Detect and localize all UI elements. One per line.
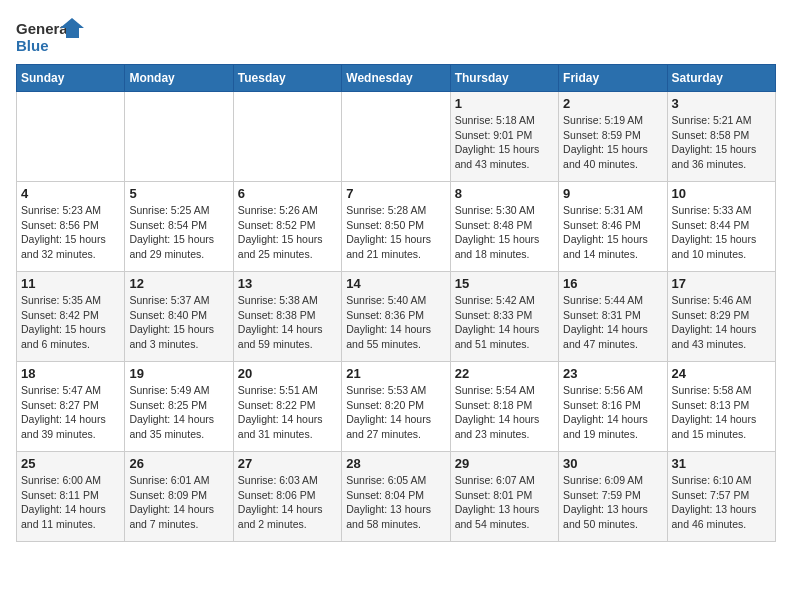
day-cell: 14Sunrise: 5:40 AM Sunset: 8:36 PM Dayli… — [342, 272, 450, 362]
svg-text:General: General — [16, 20, 72, 37]
day-number: 3 — [672, 96, 771, 111]
day-cell: 4Sunrise: 5:23 AM Sunset: 8:56 PM Daylig… — [17, 182, 125, 272]
day-info: Sunrise: 6:00 AM Sunset: 8:11 PM Dayligh… — [21, 473, 120, 532]
day-number: 24 — [672, 366, 771, 381]
weekday-header-tuesday: Tuesday — [233, 65, 341, 92]
day-cell: 10Sunrise: 5:33 AM Sunset: 8:44 PM Dayli… — [667, 182, 775, 272]
day-cell — [17, 92, 125, 182]
day-info: Sunrise: 6:10 AM Sunset: 7:57 PM Dayligh… — [672, 473, 771, 532]
day-number: 5 — [129, 186, 228, 201]
day-info: Sunrise: 6:09 AM Sunset: 7:59 PM Dayligh… — [563, 473, 662, 532]
weekday-header-friday: Friday — [559, 65, 667, 92]
day-number: 10 — [672, 186, 771, 201]
day-number: 27 — [238, 456, 337, 471]
day-info: Sunrise: 5:38 AM Sunset: 8:38 PM Dayligh… — [238, 293, 337, 352]
day-cell: 31Sunrise: 6:10 AM Sunset: 7:57 PM Dayli… — [667, 452, 775, 542]
day-number: 21 — [346, 366, 445, 381]
day-info: Sunrise: 5:18 AM Sunset: 9:01 PM Dayligh… — [455, 113, 554, 172]
day-cell: 12Sunrise: 5:37 AM Sunset: 8:40 PM Dayli… — [125, 272, 233, 362]
day-info: Sunrise: 5:51 AM Sunset: 8:22 PM Dayligh… — [238, 383, 337, 442]
day-info: Sunrise: 6:05 AM Sunset: 8:04 PM Dayligh… — [346, 473, 445, 532]
day-cell: 6Sunrise: 5:26 AM Sunset: 8:52 PM Daylig… — [233, 182, 341, 272]
day-cell: 22Sunrise: 5:54 AM Sunset: 8:18 PM Dayli… — [450, 362, 558, 452]
day-number: 31 — [672, 456, 771, 471]
day-cell: 20Sunrise: 5:51 AM Sunset: 8:22 PM Dayli… — [233, 362, 341, 452]
day-cell: 18Sunrise: 5:47 AM Sunset: 8:27 PM Dayli… — [17, 362, 125, 452]
day-cell: 19Sunrise: 5:49 AM Sunset: 8:25 PM Dayli… — [125, 362, 233, 452]
weekday-header-sunday: Sunday — [17, 65, 125, 92]
day-number: 4 — [21, 186, 120, 201]
day-number: 30 — [563, 456, 662, 471]
calendar-table: SundayMondayTuesdayWednesdayThursdayFrid… — [16, 64, 776, 542]
day-cell: 24Sunrise: 5:58 AM Sunset: 8:13 PM Dayli… — [667, 362, 775, 452]
day-cell: 8Sunrise: 5:30 AM Sunset: 8:48 PM Daylig… — [450, 182, 558, 272]
header: GeneralBlue — [16, 16, 776, 56]
week-row-1: 1Sunrise: 5:18 AM Sunset: 9:01 PM Daylig… — [17, 92, 776, 182]
day-number: 23 — [563, 366, 662, 381]
week-row-4: 18Sunrise: 5:47 AM Sunset: 8:27 PM Dayli… — [17, 362, 776, 452]
day-cell: 5Sunrise: 5:25 AM Sunset: 8:54 PM Daylig… — [125, 182, 233, 272]
week-row-5: 25Sunrise: 6:00 AM Sunset: 8:11 PM Dayli… — [17, 452, 776, 542]
day-number: 18 — [21, 366, 120, 381]
day-cell: 3Sunrise: 5:21 AM Sunset: 8:58 PM Daylig… — [667, 92, 775, 182]
day-info: Sunrise: 6:01 AM Sunset: 8:09 PM Dayligh… — [129, 473, 228, 532]
day-cell: 25Sunrise: 6:00 AM Sunset: 8:11 PM Dayli… — [17, 452, 125, 542]
day-number: 15 — [455, 276, 554, 291]
weekday-header-monday: Monday — [125, 65, 233, 92]
day-cell: 13Sunrise: 5:38 AM Sunset: 8:38 PM Dayli… — [233, 272, 341, 362]
day-cell: 29Sunrise: 6:07 AM Sunset: 8:01 PM Dayli… — [450, 452, 558, 542]
day-number: 14 — [346, 276, 445, 291]
day-info: Sunrise: 5:42 AM Sunset: 8:33 PM Dayligh… — [455, 293, 554, 352]
day-cell — [233, 92, 341, 182]
day-info: Sunrise: 5:23 AM Sunset: 8:56 PM Dayligh… — [21, 203, 120, 262]
weekday-header-saturday: Saturday — [667, 65, 775, 92]
day-info: Sunrise: 5:54 AM Sunset: 8:18 PM Dayligh… — [455, 383, 554, 442]
day-cell — [342, 92, 450, 182]
day-number: 17 — [672, 276, 771, 291]
day-cell — [125, 92, 233, 182]
day-number: 28 — [346, 456, 445, 471]
day-info: Sunrise: 5:46 AM Sunset: 8:29 PM Dayligh… — [672, 293, 771, 352]
day-number: 2 — [563, 96, 662, 111]
week-row-2: 4Sunrise: 5:23 AM Sunset: 8:56 PM Daylig… — [17, 182, 776, 272]
day-info: Sunrise: 5:26 AM Sunset: 8:52 PM Dayligh… — [238, 203, 337, 262]
day-cell: 17Sunrise: 5:46 AM Sunset: 8:29 PM Dayli… — [667, 272, 775, 362]
day-info: Sunrise: 5:58 AM Sunset: 8:13 PM Dayligh… — [672, 383, 771, 442]
day-number: 12 — [129, 276, 228, 291]
day-info: Sunrise: 6:03 AM Sunset: 8:06 PM Dayligh… — [238, 473, 337, 532]
weekday-header-thursday: Thursday — [450, 65, 558, 92]
day-cell: 2Sunrise: 5:19 AM Sunset: 8:59 PM Daylig… — [559, 92, 667, 182]
day-number: 29 — [455, 456, 554, 471]
day-cell: 9Sunrise: 5:31 AM Sunset: 8:46 PM Daylig… — [559, 182, 667, 272]
day-info: Sunrise: 5:28 AM Sunset: 8:50 PM Dayligh… — [346, 203, 445, 262]
day-number: 25 — [21, 456, 120, 471]
day-number: 11 — [21, 276, 120, 291]
day-cell: 23Sunrise: 5:56 AM Sunset: 8:16 PM Dayli… — [559, 362, 667, 452]
day-info: Sunrise: 5:19 AM Sunset: 8:59 PM Dayligh… — [563, 113, 662, 172]
day-info: Sunrise: 5:56 AM Sunset: 8:16 PM Dayligh… — [563, 383, 662, 442]
day-number: 13 — [238, 276, 337, 291]
day-number: 22 — [455, 366, 554, 381]
day-info: Sunrise: 6:07 AM Sunset: 8:01 PM Dayligh… — [455, 473, 554, 532]
day-number: 1 — [455, 96, 554, 111]
day-cell: 26Sunrise: 6:01 AM Sunset: 8:09 PM Dayli… — [125, 452, 233, 542]
day-cell: 1Sunrise: 5:18 AM Sunset: 9:01 PM Daylig… — [450, 92, 558, 182]
day-info: Sunrise: 5:31 AM Sunset: 8:46 PM Dayligh… — [563, 203, 662, 262]
logo: GeneralBlue — [16, 16, 86, 56]
day-number: 6 — [238, 186, 337, 201]
day-cell: 27Sunrise: 6:03 AM Sunset: 8:06 PM Dayli… — [233, 452, 341, 542]
day-number: 20 — [238, 366, 337, 381]
day-info: Sunrise: 5:49 AM Sunset: 8:25 PM Dayligh… — [129, 383, 228, 442]
day-number: 7 — [346, 186, 445, 201]
day-info: Sunrise: 5:25 AM Sunset: 8:54 PM Dayligh… — [129, 203, 228, 262]
day-info: Sunrise: 5:44 AM Sunset: 8:31 PM Dayligh… — [563, 293, 662, 352]
day-info: Sunrise: 5:21 AM Sunset: 8:58 PM Dayligh… — [672, 113, 771, 172]
day-info: Sunrise: 5:37 AM Sunset: 8:40 PM Dayligh… — [129, 293, 228, 352]
day-info: Sunrise: 5:53 AM Sunset: 8:20 PM Dayligh… — [346, 383, 445, 442]
day-info: Sunrise: 5:35 AM Sunset: 8:42 PM Dayligh… — [21, 293, 120, 352]
day-info: Sunrise: 5:30 AM Sunset: 8:48 PM Dayligh… — [455, 203, 554, 262]
day-number: 26 — [129, 456, 228, 471]
day-number: 16 — [563, 276, 662, 291]
day-info: Sunrise: 5:40 AM Sunset: 8:36 PM Dayligh… — [346, 293, 445, 352]
day-cell: 11Sunrise: 5:35 AM Sunset: 8:42 PM Dayli… — [17, 272, 125, 362]
